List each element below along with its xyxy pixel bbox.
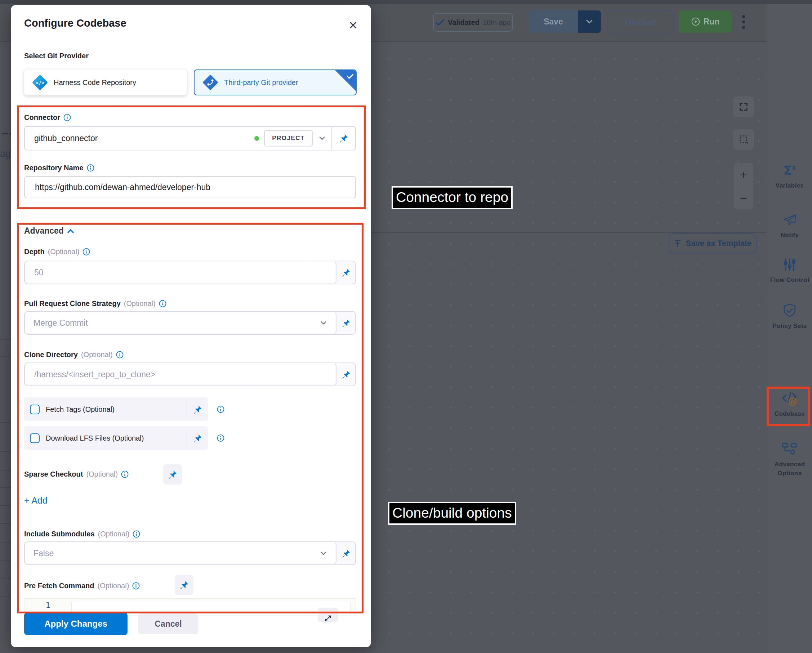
svg-text:</>: </> xyxy=(36,80,44,86)
save-button[interactable]: Save xyxy=(529,11,578,33)
marquee-selection-icon xyxy=(739,134,749,145)
git-provider-icon xyxy=(203,75,218,90)
expand-arrows-icon xyxy=(324,615,331,622)
annotation-box-advanced xyxy=(17,223,363,613)
selected-corner-badge xyxy=(335,70,356,91)
canvas-select-region-button[interactable] xyxy=(733,129,754,150)
annotation-box-codebase xyxy=(766,387,810,426)
svg-text:x: x xyxy=(792,163,796,171)
sidebar-item-policy-sets[interactable]: Policy Sets xyxy=(767,302,812,330)
sidebar-item-notify[interactable]: Notify xyxy=(767,212,812,240)
clipped-edge-dashes xyxy=(2,133,12,136)
harness-code-icon: </> xyxy=(32,75,48,90)
clipped-stage-text: ag xyxy=(0,148,11,160)
more-options-kebab-button[interactable] xyxy=(741,13,746,30)
apply-changes-button[interactable]: Apply Changes xyxy=(24,613,128,635)
variables-sigma-icon: Σx xyxy=(781,162,798,178)
validated-label: Validated xyxy=(448,18,479,27)
flowchart-gear-icon xyxy=(781,441,798,457)
save-as-template-label: Save as Template xyxy=(685,239,751,248)
upload-icon xyxy=(673,239,682,248)
canvas-fullscreen-button[interactable] xyxy=(733,96,754,117)
fullscreen-icon xyxy=(739,102,749,112)
check-icon xyxy=(346,72,354,80)
svg-text:Σ: Σ xyxy=(783,163,792,178)
play-circle-icon xyxy=(691,17,700,26)
discard-button[interactable]: Discard xyxy=(607,11,674,34)
zoom-in-icon[interactable]: + xyxy=(740,169,747,181)
sidebar-item-flow-control[interactable]: Flow Control xyxy=(767,256,812,285)
cancel-button[interactable]: Cancel xyxy=(138,613,198,634)
provider-card-harness[interactable]: </> Harness Code Repository xyxy=(24,70,187,95)
annotation-box-connector xyxy=(17,105,366,209)
canvas-section-divider xyxy=(371,232,766,233)
validated-time: 10m ago xyxy=(483,18,511,27)
run-label: Run xyxy=(704,17,720,27)
annotation-clone-label: Clone/build options xyxy=(388,502,516,525)
pipeline-studio-page: Validated 10m ago Save Discard Run ag Sa… xyxy=(0,0,812,653)
provider-card-third-party[interactable]: Third-party Git provider xyxy=(194,70,357,95)
sidebar-item-variables[interactable]: Σx Variables xyxy=(767,162,812,190)
select-git-provider-label: Select Git Provider xyxy=(24,52,89,60)
shield-check-icon xyxy=(782,302,798,319)
chevron-down-icon xyxy=(585,18,593,26)
sidebar-item-advanced-options[interactable]: Advanced Options xyxy=(767,441,812,478)
studio-right-sidebar: Σx Variables Notify Flow Control Policy … xyxy=(766,4,812,653)
save-options-chevron-button[interactable] xyxy=(578,11,601,33)
left-panel-clipped xyxy=(0,338,11,653)
run-button[interactable]: Run xyxy=(679,11,732,33)
provider-harness-label: Harness Code Repository xyxy=(54,79,136,87)
paper-plane-icon xyxy=(782,212,798,228)
canvas-zoom-controls[interactable]: + − xyxy=(734,163,753,210)
annotation-connector-label: Connector to repo xyxy=(392,186,513,209)
provider-third-party-label: Third-party Git provider xyxy=(224,79,298,87)
save-as-template-button[interactable]: Save as Template xyxy=(669,233,757,253)
sliders-icon xyxy=(782,256,798,273)
dialog-title: Configure Codebase xyxy=(24,17,127,29)
check-icon xyxy=(435,18,444,27)
close-icon[interactable]: ✕ xyxy=(345,17,361,33)
zoom-out-icon[interactable]: − xyxy=(740,192,747,204)
validated-status-badge: Validated 10m ago xyxy=(433,13,513,32)
